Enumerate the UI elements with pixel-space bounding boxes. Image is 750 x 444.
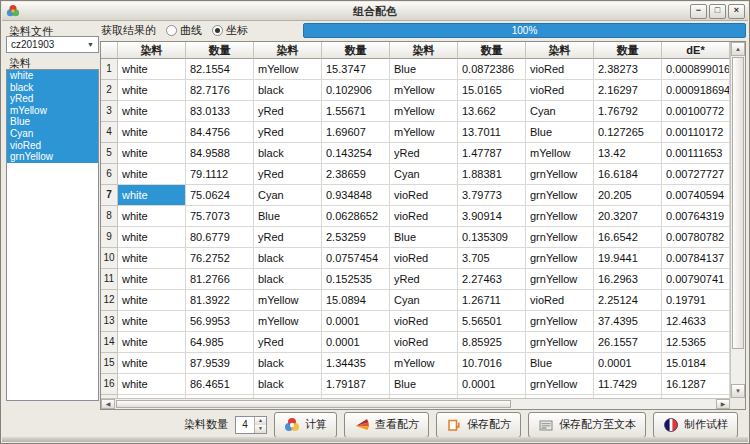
table-cell[interactable]: 2.16297 <box>594 80 662 101</box>
column-header[interactable]: dE* <box>662 42 730 59</box>
table-cell[interactable]: 0.0001 <box>322 311 390 332</box>
table-row[interactable]: 11white81.2766black0.152535yRed2.27463gr… <box>101 269 730 290</box>
make-sample-button[interactable]: 制作试样 <box>653 412 738 438</box>
table-cell[interactable]: 64.985 <box>186 332 254 353</box>
table-cell[interactable]: 2.38659 <box>322 164 390 185</box>
table-cell[interactable]: 26.1557 <box>594 332 662 353</box>
table-cell[interactable]: grnYellow <box>526 248 594 269</box>
table-cell[interactable]: 0.00790741 <box>662 269 730 290</box>
table-cell[interactable]: yRed <box>390 143 458 164</box>
table-cell[interactable]: vioRed <box>526 80 594 101</box>
chevron-down-icon[interactable]: ▼ <box>87 41 98 48</box>
table-cell[interactable]: Blue <box>254 206 322 227</box>
horizontal-scroll-thumb[interactable] <box>116 400 511 408</box>
table-cell[interactable]: 3.79773 <box>458 185 526 206</box>
calculate-button[interactable]: 计算 <box>274 412 337 438</box>
table-row[interactable]: 15white87.9539black1.34435mYellow10.7016… <box>101 353 730 374</box>
dye-listbox[interactable]: whiteblackyRedmYellowBlueCyanvioRedgrnYe… <box>6 69 99 401</box>
table-cell[interactable]: 0.0757454 <box>322 248 390 269</box>
table-row[interactable]: 1white82.1554mYellow15.3747Blue0.0872386… <box>101 59 730 80</box>
table-cell[interactable]: 2.53259 <box>322 227 390 248</box>
table-cell[interactable]: 0.00740594 <box>662 185 730 206</box>
table-cell[interactable]: grnYellow <box>526 269 594 290</box>
table-cell[interactable]: 1.69607 <box>322 122 390 143</box>
dye-list-item[interactable]: yRed <box>7 93 98 105</box>
table-cell[interactable]: 76.2752 <box>186 248 254 269</box>
table-cell[interactable]: 0.19791 <box>662 290 730 311</box>
table-cell[interactable]: yRed <box>254 164 322 185</box>
column-header[interactable]: 数量 <box>186 42 254 59</box>
table-cell[interactable]: white <box>118 290 186 311</box>
table-cell[interactable]: vioRed <box>390 185 458 206</box>
table-cell[interactable]: 75.0624 <box>186 185 254 206</box>
table-cell[interactable]: 84.4756 <box>186 122 254 143</box>
table-cell[interactable]: 15.0165 <box>458 80 526 101</box>
table-cell[interactable]: 0.00764319 <box>662 206 730 227</box>
table-cell[interactable]: 2.25124 <box>594 290 662 311</box>
table-row[interactable]: 4white84.4756yRed1.69607mYellow13.7011Bl… <box>101 122 730 143</box>
table-cell[interactable]: 37.4395 <box>594 311 662 332</box>
table-cell[interactable]: 1.79187 <box>322 374 390 395</box>
spinner-down-icon[interactable]: ▼ <box>255 425 266 433</box>
table-cell[interactable]: 20.3207 <box>594 206 662 227</box>
row-number[interactable]: 1 <box>101 59 118 80</box>
table-cell[interactable]: 0.00727727 <box>662 164 730 185</box>
radio-coordinate-label[interactable]: 坐标 <box>226 23 248 38</box>
dye-list-item[interactable]: white <box>7 70 98 82</box>
row-number[interactable]: 10 <box>101 248 118 269</box>
table-row[interactable]: 5white84.9588black0.143254yRed1.47787mYe… <box>101 143 730 164</box>
dye-file-select[interactable]: cz201903 ▼ <box>6 36 99 53</box>
table-cell[interactable]: 16.1287 <box>662 374 730 395</box>
table-cell[interactable]: grnYellow <box>526 185 594 206</box>
table-cell[interactable]: vioRed <box>390 248 458 269</box>
vertical-scroll-thumb[interactable] <box>732 57 744 349</box>
dye-count-spinner[interactable]: 4 ▲ ▼ <box>235 416 267 434</box>
table-cell[interactable]: 5.56501 <box>458 311 526 332</box>
table-cell[interactable]: grnYellow <box>526 206 594 227</box>
table-cell[interactable]: Blue <box>390 227 458 248</box>
table-cell[interactable]: mYellow <box>254 59 322 80</box>
table-cell[interactable]: 1.34435 <box>322 353 390 374</box>
table-cell[interactable]: white <box>118 59 186 80</box>
row-number[interactable]: 16 <box>101 374 118 395</box>
table-cell[interactable]: yRed <box>254 101 322 122</box>
table-cell[interactable]: Cyan <box>526 101 594 122</box>
table-cell[interactable]: black <box>254 269 322 290</box>
scroll-left-icon[interactable]: ◀ <box>101 399 115 409</box>
view-recipe-button[interactable]: 查看配方 <box>344 412 429 438</box>
table-cell[interactable]: mYellow <box>390 80 458 101</box>
dye-list-item[interactable]: Cyan <box>7 128 98 140</box>
table-cell[interactable]: 2.27463 <box>458 269 526 290</box>
table-cell[interactable]: black <box>254 374 322 395</box>
table-cell[interactable]: 81.2766 <box>186 269 254 290</box>
dye-list-item[interactable]: Blue <box>7 116 98 128</box>
table-cell[interactable]: white <box>118 122 186 143</box>
table-row[interactable]: 14white64.985yRed0.0001vioRed8.85925grnY… <box>101 332 730 353</box>
horizontal-scrollbar[interactable]: ◀ ▶ <box>101 398 730 409</box>
table-cell[interactable]: 1.55671 <box>322 101 390 122</box>
table-cell[interactable]: 0.102906 <box>322 80 390 101</box>
radio-curve[interactable] <box>166 25 177 36</box>
table-cell[interactable]: grnYellow <box>526 332 594 353</box>
table-cell[interactable]: white <box>118 206 186 227</box>
table-cell[interactable]: 0.0001 <box>594 353 662 374</box>
table-cell[interactable]: 87.9539 <box>186 353 254 374</box>
table-cell[interactable]: white <box>118 185 186 206</box>
row-number[interactable]: 2 <box>101 80 118 101</box>
table-cell[interactable]: 13.7011 <box>458 122 526 143</box>
table-row[interactable]: 6white79.1112yRed2.38659Cyan1.88381grnYe… <box>101 164 730 185</box>
table-cell[interactable]: 0.00110172 <box>662 122 730 143</box>
minimize-button[interactable]: − <box>690 4 707 19</box>
table-cell[interactable]: 0.00111653 <box>662 143 730 164</box>
table-cell[interactable]: mYellow <box>390 101 458 122</box>
table-cell[interactable]: white <box>118 248 186 269</box>
table-cell[interactable]: 13.42 <box>594 143 662 164</box>
table-cell[interactable]: 0.0001 <box>322 332 390 353</box>
table-cell[interactable]: white <box>118 164 186 185</box>
table-row[interactable]: 13white56.9953mYellow0.0001vioRed5.56501… <box>101 311 730 332</box>
table-cell[interactable]: mYellow <box>390 353 458 374</box>
row-number[interactable]: 12 <box>101 290 118 311</box>
table-cell[interactable]: grnYellow <box>526 311 594 332</box>
table-cell[interactable]: white <box>118 311 186 332</box>
close-button[interactable]: × <box>728 4 745 19</box>
